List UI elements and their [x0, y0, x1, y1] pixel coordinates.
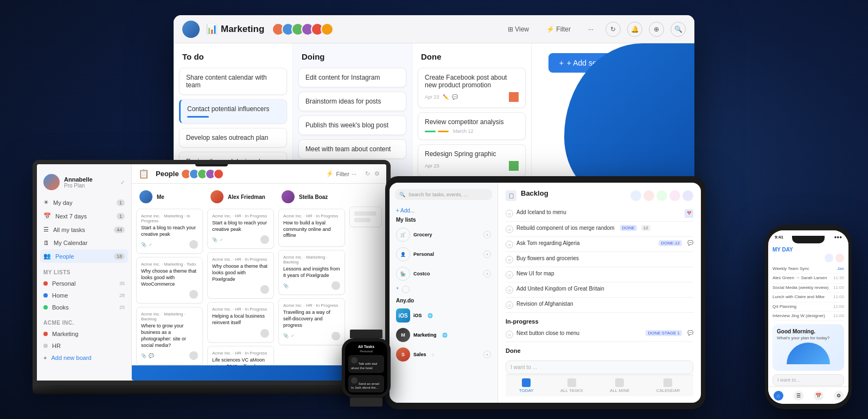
task-circle[interactable]: ○ [506, 286, 513, 294]
view-button[interactable]: ⊞ View [502, 23, 534, 35]
nav-alltasks[interactable]: ALL TASKS [560, 378, 583, 393]
add-task-row[interactable]: + Add... [390, 205, 497, 215]
watch-task-2[interactable]: Send an email to Jack about the... [348, 375, 384, 393]
expand-icon[interactable]: + [483, 231, 491, 238]
phone-nav-calendar[interactable]: 📅 [814, 391, 824, 401]
plus-icon: + [559, 59, 564, 67]
lk-card[interactable]: Acme Inc. · HR · In Progress Start a blo… [207, 209, 274, 249]
task-circle[interactable]: ○ [506, 271, 513, 279]
filter-button[interactable]: ⚡ Filter [541, 23, 576, 35]
lk-card[interactable]: Acme Inc. · Marketing · Backlog Lessons … [278, 250, 345, 295]
task-circle[interactable]: ○ [506, 241, 513, 248]
add-icon[interactable]: + [483, 351, 491, 358]
done-header: Done [506, 347, 693, 354]
task-circle[interactable]: ○ [506, 225, 513, 233]
tablet-list-costco[interactable]: 🏪 Costco + [390, 264, 497, 283]
anydot-marketing[interactable]: M Marketing 🌐 [390, 325, 497, 345]
task-circle[interactable]: ○ [506, 256, 513, 263]
sidebar-item-mycalendar[interactable]: 🗓 My Calendar [37, 236, 131, 249]
lk-card[interactable]: Acme Inc. · HR · In Progress Why choose … [207, 252, 274, 299]
bell-icon[interactable]: 🔔 [627, 22, 642, 37]
kanban-card[interactable]: Review competitor analysis March 12 [418, 112, 526, 140]
tablet-list-personal[interactable]: 👤 Personal + [390, 244, 497, 264]
sidebar-item-alltasks[interactable]: ☰ All my tasks 44 [37, 223, 131, 236]
add-new-board[interactable]: + Add new board [37, 352, 131, 364]
tablet-task[interactable]: ○ New UI for map [506, 267, 693, 282]
tablet-task[interactable]: ○ Ask Tom regarding Algeria DONE-12 💬 [506, 237, 693, 252]
phone-task-item[interactable]: Alex Green → Sarah Larsen 11:30 [773, 274, 844, 283]
lk-card[interactable]: Acme Inc. · Marketing · Todo Why choose … [136, 257, 203, 304]
phone-task-item[interactable]: Q4 Planning 11:00 [773, 302, 844, 312]
task-circle[interactable]: ○ [506, 301, 513, 309]
lk-card[interactable]: Acme Inc. · HR · In Progress Travelling … [278, 298, 345, 345]
sync-icon[interactable]: ↻ [365, 170, 370, 177]
laptop-sidebar: Annabelle Pro Plan ✓ ☀ My day 1 📅 Next 7… [37, 164, 132, 381]
task-circle[interactable]: ○ [506, 331, 513, 338]
lk-card[interactable]: Acme Inc. · HR · In Progress Helping a l… [207, 302, 274, 342]
task-badge: 📅 [685, 209, 693, 218]
anydot-sales[interactable]: S Sales ○ + [390, 345, 497, 364]
sidebar-list-marketing[interactable]: Marketing [37, 328, 131, 340]
tablet-task[interactable]: ○ Next button close to menu DONE STAGE 1… [506, 327, 693, 342]
kanban-card[interactable]: Share content calendar with team [179, 68, 287, 95]
avatar-sm [669, 190, 680, 201]
kanban-card[interactable]: Publish this week's blog post [298, 115, 406, 135]
more-button[interactable]: ··· [583, 23, 599, 35]
search-icon[interactable]: 🔍 [671, 22, 686, 37]
tablet-task[interactable]: ○ Rebuild component of ios merge random … [506, 222, 693, 237]
sidebar-list-personal[interactable]: Personal 35 [37, 278, 131, 289]
sidebar-item-people[interactable]: 👥 People 18 [40, 249, 128, 263]
kanban-card[interactable]: Contact potential influencers [179, 99, 287, 124]
sidebar-item-myday[interactable]: ☀ My day 1 [37, 196, 131, 209]
tablet-task[interactable]: ○ Revision of Afghanistan [506, 298, 693, 313]
phone-task-item[interactable]: Weekly Team Sync Jan [773, 265, 844, 274]
phone-input[interactable]: I want to... [773, 374, 844, 386]
filter-icon: ⚡ [326, 170, 334, 177]
sidebar-item-next7[interactable]: 📅 Next 7 days 1 [37, 209, 131, 223]
tablet-task[interactable]: ○ Add Iceland to menu 📅 [506, 206, 693, 222]
tablet-search[interactable]: 🔍 Search for tasks, events, ... [395, 189, 492, 200]
sidebar-list-home[interactable]: Home 28 [37, 289, 131, 301]
kanban-card[interactable]: Develop sales outreach plan [179, 128, 287, 147]
lk-col-header-me: Me [136, 188, 203, 205]
add-icon[interactable]: + [483, 270, 491, 278]
phone-task-item[interactable]: Social Media (weekly review) 11:00 [773, 283, 844, 293]
plus-icon[interactable]: ⊕ [649, 22, 664, 37]
phone-nav-tasks[interactable]: ☰ [794, 391, 803, 401]
anydot-ios[interactable]: iOS iOS 🌐 [390, 306, 497, 325]
kanban-card[interactable]: Create Facebook post about new product p… [418, 68, 526, 108]
settings-icon[interactable]: ⚙ [374, 170, 380, 177]
lk-card[interactable]: Acme Inc. · HR · In Progress How to buil… [278, 209, 345, 247]
watch-task-1[interactable]: Talk with dad about the hotel [348, 355, 384, 373]
user-avatar [182, 21, 200, 38]
tablet-bottom-nav: TODAY ALL TASKS ALL MINE CALENDAR [506, 375, 693, 396]
kanban-card[interactable]: Brainstorm ideas for posts [298, 92, 406, 111]
nav-today[interactable]: TODAY [519, 378, 534, 393]
lk-card[interactable]: Acme Inc. · HR · In Progress Life scienc… [207, 346, 274, 365]
phone-task-item[interactable]: Interview Jing W (designer) 11:00 [773, 312, 844, 321]
lk-card[interactable] [349, 207, 382, 227]
lk-card[interactable]: Acme Inc. · Marketing · In Progress Star… [136, 209, 203, 254]
lk-card[interactable]: Acme Inc. · Marketing · Backlog Where to… [136, 307, 203, 365]
calendar-icon: 📅 [43, 212, 51, 220]
sidebar-list-books[interactable]: Books 25 [37, 301, 131, 313]
kanban-card[interactable]: Edit content for Instagram [298, 68, 406, 87]
phone-task-item[interactable]: Lunch with Claire and Mike 11:00 [773, 293, 844, 302]
header-avatar [825, 254, 833, 262]
sidebar-list-hr[interactable]: HR [37, 340, 131, 352]
tablet-task[interactable]: ○ Add United Kingdom of Great Britain [506, 282, 693, 298]
phone-nav-settings[interactable]: ⚙ [834, 391, 844, 401]
phone-nav-home[interactable]: ⌂ [774, 391, 783, 401]
kanban-card[interactable]: Meet with team about content [298, 139, 406, 159]
nav-allmine[interactable]: ALL MINE [610, 378, 629, 393]
tablet-task[interactable]: ○ Buy flowers and groceries [506, 252, 693, 267]
avatar-sm [682, 190, 693, 201]
nav-calendar[interactable]: CALENDAR [656, 378, 680, 393]
filter-control[interactable]: ⚡ Filter ··· [326, 170, 356, 177]
kanban-card[interactable]: Redesign Spring graphic Apr 23 [418, 144, 526, 177]
sync-icon[interactable]: ↻ [605, 22, 621, 37]
expand-icon[interactable]: + [483, 250, 491, 258]
add-task-input[interactable]: I want to ... [506, 360, 693, 374]
task-circle[interactable]: ○ [506, 210, 513, 217]
tablet-list-grocery[interactable]: 🛒 Grocery + [390, 225, 497, 244]
